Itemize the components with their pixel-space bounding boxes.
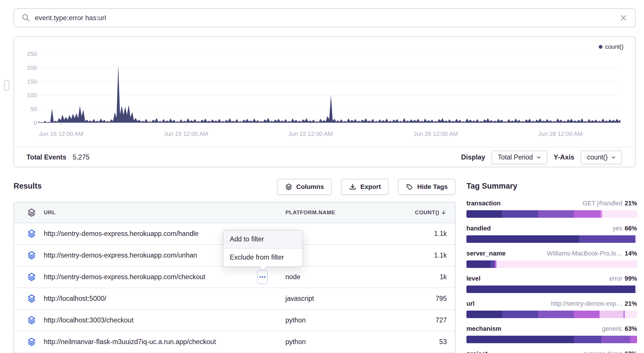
tag-summary-row: transaction GET |/handled 21% (466, 200, 637, 218)
tag-top-value: error (609, 275, 622, 282)
tag-summary-row: server_name Williams-MacBook-Pro.lo… 14% (466, 250, 637, 268)
chart-footer: Total Events 5,275 Display Total Period … (14, 147, 635, 167)
x-axis-tick-label: Jun 16 12:00 AM (29, 130, 93, 137)
stack-icon (14, 208, 44, 217)
tag-distribution-bar (466, 311, 637, 318)
chevron-down-icon (536, 155, 541, 160)
clear-search-icon[interactable] (619, 14, 628, 22)
count-cell: 1k (440, 273, 447, 281)
tag-bar-segment[interactable] (601, 336, 630, 343)
tag-bar-segment[interactable] (579, 235, 635, 243)
tag-distribution-bar (466, 210, 637, 218)
display-dropdown[interactable]: Total Period (492, 151, 547, 164)
tag-top-value: generic (602, 325, 622, 333)
tag-bar-segment[interactable] (466, 286, 635, 293)
tag-top-percent: 99% (625, 275, 637, 282)
count-cell: 727 (436, 316, 447, 324)
legend-dot-icon (599, 45, 602, 49)
table-row[interactable]: http://sentry-demos-express.herokuapp.co… (14, 266, 455, 288)
events-area-chart (38, 48, 620, 127)
tag-name: project (466, 350, 487, 353)
tag-top-percent: 63% (625, 350, 637, 353)
tag-top-percent: 14% (625, 250, 637, 257)
table-row[interactable]: http://localhost:5000/ javascript 795 (14, 288, 455, 310)
tag-bar-segment[interactable] (574, 336, 601, 343)
results-toolbar: Columns Export Hide Tags (14, 179, 455, 195)
tag-top-percent: 21% (625, 200, 637, 207)
tag-summary-heading: Tag Summary (466, 182, 517, 191)
url-cell[interactable]: http://neilmanvar-flask-m3uuizd7iq-uc.a.… (44, 338, 285, 346)
tag-name: transaction (466, 200, 501, 207)
count-cell: 1.1k (434, 251, 447, 259)
tag-bar-segment[interactable] (574, 311, 600, 318)
tag-bar-segment[interactable] (496, 260, 637, 268)
tag-icon (406, 183, 413, 191)
export-button[interactable]: Export (341, 179, 389, 195)
url-cell[interactable]: http://sentry-demos-express.herokuapp.co… (44, 273, 285, 281)
y-axis-tick-label: 200 (20, 64, 37, 72)
tag-bar-segment[interactable] (538, 210, 574, 218)
tag-top-percent: 66% (625, 225, 637, 232)
menu-item-add-to-filter[interactable]: Add to filter (223, 230, 302, 249)
tag-summary-row: level error 99% (466, 275, 637, 293)
stack-icon (14, 251, 44, 260)
tag-top-value: express-demo (583, 350, 622, 353)
cell-actions-ellipsis-button[interactable] (257, 270, 268, 284)
stack-icon (14, 229, 44, 239)
tag-name: url (466, 300, 474, 307)
tag-name: handled (466, 225, 491, 232)
columns-button[interactable]: Columns (277, 179, 332, 195)
y-axis-tick-label: 50 (20, 105, 37, 113)
table-row[interactable]: http://neilmanvar-flask-m3uuizd7iq-uc.a.… (14, 331, 455, 353)
column-header-platform[interactable]: PLATFORM.NAME (285, 209, 335, 216)
tag-top-value: yes (613, 225, 622, 232)
search-icon (22, 14, 30, 22)
stack-icon (285, 183, 293, 191)
tag-bar-segment[interactable] (466, 311, 502, 318)
x-axis-tick-label: Jun 28 12:00 AM (529, 130, 592, 137)
tag-bar-segment[interactable] (502, 311, 538, 318)
download-icon (349, 183, 357, 191)
search-query[interactable]: event.type:error has:url (35, 14, 619, 22)
tag-summary-panel: transaction GET |/handled 21% handled ye… (466, 200, 637, 353)
search-bar[interactable]: event.type:error has:url (14, 8, 636, 27)
tag-bar-segment[interactable] (466, 260, 490, 268)
tag-bar-segment[interactable] (602, 210, 637, 218)
platform-cell: python (285, 338, 306, 346)
tag-bar-segment[interactable] (538, 311, 574, 318)
table-row[interactable]: http://localhost:3003/checkout python 72… (14, 310, 455, 331)
tag-top-percent: 21% (625, 300, 637, 307)
tag-bar-segment[interactable] (600, 311, 624, 318)
stack-icon (14, 294, 44, 303)
x-axis-tick-label: Jun 22 12:00 AM (279, 130, 342, 137)
sidebar-collapse-handle[interactable] (4, 80, 9, 91)
url-cell[interactable]: http://localhost:3003/checkout (44, 316, 285, 324)
tag-top-value: GET |/handled (583, 200, 622, 207)
table-header-row: URL PLATFORM.NAME COUNT() (14, 202, 455, 223)
tag-bar-segment[interactable] (466, 336, 574, 343)
tag-name: server_name (466, 250, 506, 257)
count-cell: 1.1k (434, 230, 447, 238)
column-header-count[interactable]: COUNT() (415, 209, 447, 216)
tag-bar-segment[interactable] (630, 336, 637, 343)
tag-distribution-bar (466, 336, 637, 343)
tag-bar-segment[interactable] (635, 286, 637, 293)
url-cell[interactable]: http://localhost:5000/ (44, 295, 285, 303)
discover-page: event.type:error has:url count() Jun 16 … (0, 0, 644, 353)
column-header-url[interactable]: URL (44, 209, 285, 216)
y-axis-tick-label: 0 (20, 119, 37, 127)
tag-bar-segment[interactable] (625, 311, 637, 318)
hide-tags-button[interactable]: Hide Tags (398, 179, 455, 195)
platform-cell: python (285, 316, 306, 324)
tag-bar-segment[interactable] (635, 235, 637, 243)
tag-summary-row: project express-demo 63% (466, 350, 637, 353)
y-axis-tick-label: 150 (20, 78, 37, 85)
tag-bar-segment[interactable] (490, 260, 495, 268)
tag-bar-segment[interactable] (502, 210, 538, 218)
total-events-label: Total Events (27, 153, 66, 161)
y-axis-tick-label: 100 (20, 91, 37, 99)
yaxis-dropdown[interactable]: count() (581, 151, 622, 164)
tag-bar-segment[interactable] (466, 235, 579, 243)
tag-bar-segment[interactable] (466, 210, 502, 218)
tag-bar-segment[interactable] (574, 210, 600, 218)
